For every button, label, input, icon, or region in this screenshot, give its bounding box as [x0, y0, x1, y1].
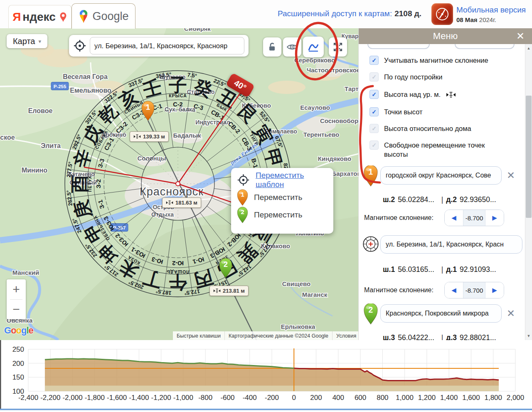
mobile-version-link[interactable]: Мобильная версия	[456, 5, 526, 15]
point-1-address-input[interactable]	[380, 166, 502, 185]
checkbox-unchecked-icon[interactable]: ✓	[369, 124, 379, 133]
visibility-button[interactable]	[283, 37, 301, 57]
checkbox-magnetic-declination[interactable]: ✓ Учитывать магнитное склонение	[369, 56, 488, 65]
checkbox-height-above-sea[interactable]: ✓ Высота над ур. м.	[369, 90, 456, 99]
google-watermark: Google	[4, 325, 33, 336]
marker-2-icon[interactable]: 2	[364, 303, 377, 324]
svg-text:-1,000: -1,000	[173, 394, 193, 402]
scroll-up-icon[interactable]: ▲	[525, 46, 532, 50]
map-label: Красноярск	[140, 185, 204, 198]
map-data-label: Картографические данные ©2024 Google	[225, 333, 332, 339]
svg-text:0: 0	[292, 394, 296, 402]
svg-text:150: 150	[12, 373, 24, 381]
checkbox-checked-icon[interactable]: ✓	[369, 56, 379, 65]
terms-link[interactable]: Условия	[332, 333, 358, 339]
svg-text:-1,400: -1,400	[129, 394, 149, 402]
svg-text:午: 午	[169, 272, 187, 293]
chevron-down-icon: ▾	[38, 38, 41, 44]
point-2-remove-button[interactable]: ✕	[505, 308, 517, 319]
menu-item-move-template[interactable]: Переместить шаблон	[231, 171, 333, 189]
side-menu: Меню ✕ ✓ Учитывать магнитное склонение ✓…	[358, 28, 532, 340]
point-1-remove-button[interactable]: ✕	[505, 170, 517, 181]
svg-text:2: 2	[241, 208, 244, 215]
fullscreen-icon	[332, 42, 343, 52]
map-label: Емельяново	[70, 87, 111, 94]
point-2-coordinates: ш.356.04222... | д.392.88021...	[383, 333, 496, 340]
declination-decrease-button[interactable]: ◀	[445, 282, 463, 298]
fullscreen-button[interactable]	[329, 37, 347, 57]
svg-text:1: 1	[146, 103, 150, 111]
map-label: Элита	[41, 142, 61, 149]
height-scale-icon	[446, 91, 456, 98]
checkbox-free-move-points[interactable]: ✓ Свободное перемещение точек высоты	[369, 141, 509, 159]
zoom-out-button[interactable]: −	[7, 300, 26, 320]
checkbox-height-relative-house[interactable]: ✓ Высота относительно дома	[369, 124, 471, 133]
template-address-input[interactable]	[380, 235, 522, 254]
map-type-dropdown[interactable]: Карта▾	[7, 34, 47, 48]
svg-text:2: 2	[224, 260, 228, 269]
point-2-address-input[interactable]	[380, 304, 502, 323]
map-label: ское	[0, 134, 15, 141]
svg-text:КРЫСА: КРЫСА	[169, 93, 187, 98]
template-compass-icon	[362, 234, 379, 254]
extended-access-link[interactable]: Расширенный доступ к картам:2108 д.	[278, 9, 421, 18]
yandex-logo: Я	[12, 10, 21, 24]
declination-value[interactable]: -8.700	[463, 282, 485, 298]
svg-text:100: 100	[12, 387, 24, 395]
template-center-point[interactable]	[176, 182, 180, 186]
declination-increase-button[interactable]: ▶	[485, 210, 504, 226]
map-label: Сибиряк	[184, 28, 211, 32]
map-label: Сосновобор	[320, 117, 358, 124]
lock-button[interactable]	[263, 37, 281, 57]
zoom-in-button[interactable]: +	[7, 279, 26, 299]
marker-2-icon: 2	[364, 303, 378, 325]
svg-text:ПЕТУХ: ПЕТУХ	[87, 175, 92, 192]
tab-google-map[interactable]: Google	[71, 3, 135, 29]
map-label: Терентьево	[303, 131, 339, 138]
menu-close-button[interactable]: ✕	[514, 30, 527, 42]
svg-text:2: 2	[369, 306, 373, 314]
map-attribution: Быстрые клавиши Картографические данные …	[173, 331, 358, 340]
locate-target-icon[interactable]	[73, 39, 86, 52]
declination-decrease-button[interactable]: ◀	[445, 210, 463, 226]
map-label: Ерлыковка	[281, 323, 315, 330]
top-bar: Яндекс Google Расширенный доступ к карта…	[0, 0, 532, 28]
checkbox-height-points[interactable]: ✓ Точки высот	[369, 107, 423, 116]
checkbox-by-build-year[interactable]: ✓ По году постройки	[369, 72, 442, 81]
tab-yandex-map[interactable]: Яндекс	[8, 5, 71, 29]
svg-text:1: 1	[241, 191, 244, 197]
checkbox-unchecked-icon[interactable]: ✓	[369, 141, 379, 150]
marker-1-icon: 1	[237, 189, 248, 206]
marker-2-icon[interactable]: 2	[237, 207, 248, 223]
menu-item-move-marker-2[interactable]: 2 Переместить	[231, 206, 333, 224]
menu-item-move-marker-1[interactable]: 1 Переместить	[231, 189, 333, 206]
checkbox-checked-icon[interactable]: ✓	[369, 90, 379, 99]
search-input[interactable]	[90, 37, 244, 54]
svg-text:Ю-2: Ю-2	[172, 260, 184, 266]
shortcuts-link[interactable]: Быстрые клавиши	[173, 333, 224, 339]
svg-text:200: 200	[310, 394, 322, 402]
svg-text:ЛОШАДЬ: ЛОШАДЬ	[166, 269, 189, 274]
scroll-down-icon[interactable]: ▼	[525, 334, 532, 338]
elevation-profile-chart: -2,400-2,200-2,000-1,800-1,600-1,400-1,2…	[0, 340, 532, 412]
svg-text:-200: -200	[265, 394, 279, 402]
svg-text:7.5°: 7.5°	[187, 72, 197, 79]
map-zoom-control: + −	[7, 279, 26, 319]
elevation-chart-icon	[307, 41, 320, 53]
map-canvas[interactable]: СибирякКуварСеребряковоЧастоостровскоеТа…	[0, 28, 358, 340]
menu-scrollbar[interactable]: ▲ ▼	[525, 44, 532, 340]
marker-1-icon[interactable]: 1	[364, 165, 377, 186]
map-label: Частоостровское	[307, 67, 358, 74]
svg-text:-400: -400	[243, 394, 257, 402]
declination-value[interactable]: -8.700	[463, 210, 485, 226]
map-label: Серебряково	[294, 57, 335, 64]
marker-1-icon[interactable]: 1	[237, 189, 248, 205]
checkbox-unchecked-icon[interactable]: ✓	[369, 72, 379, 81]
elevation-profile-button[interactable]	[303, 37, 324, 57]
svg-text:-1,200: -1,200	[151, 394, 171, 402]
declination-increase-button[interactable]: ▶	[485, 282, 504, 298]
checkbox-checked-icon[interactable]: ✓	[369, 107, 379, 116]
map-label: Есаулово	[300, 104, 330, 111]
marker-1-icon: 1	[364, 165, 378, 187]
scrollbar-thumb[interactable]	[526, 96, 532, 218]
